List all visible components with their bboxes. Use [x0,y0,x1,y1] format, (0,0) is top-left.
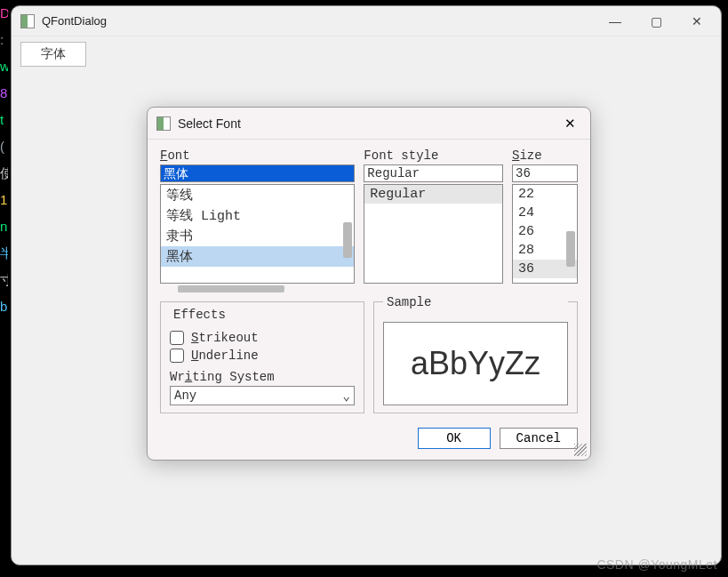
maximize-button[interactable]: ▢ [636,8,676,35]
style-listbox[interactable]: Regular [364,184,503,284]
size-listbox[interactable]: 2224262836 [512,184,578,284]
dialog-title: Select Font [178,116,556,131]
font-dialog: Select Font ✕ Font 黑体 等线等线 Light隶书黑体 Fon… [147,107,591,461]
checkbox-box-icon [170,349,184,363]
list-item[interactable]: 等线 Light [161,205,354,226]
editor-gutter: D:w8t(使1n半寸b [0,0,11,577]
writing-system-select[interactable]: Any ⌄ [170,386,355,405]
resize-grip-icon[interactable] [574,444,587,456]
sample-label: Sample [383,295,568,309]
dialog-icon [156,116,171,131]
main-titlebar: QFontDialog — ▢ ✕ [12,6,721,36]
size-label: Size [512,148,578,163]
main-toolbar: 字体 [12,36,721,72]
size-input[interactable]: 36 [512,164,578,182]
watermark: CSDN @YoungMLet [596,557,717,572]
minimize-button[interactable]: — [595,8,636,35]
open-font-button[interactable]: 字体 [20,42,86,67]
cancel-button[interactable]: Cancel [500,428,578,449]
style-input[interactable]: Regular [364,164,503,182]
dialog-titlebar: Select Font ✕ [148,108,590,140]
font-input[interactable]: 黑体 [160,164,355,182]
dialog-body: Font 黑体 等线等线 Light隶书黑体 Font style Regula… [148,140,590,419]
strikeout-checkbox[interactable]: Strikeout [170,331,355,345]
style-label: Font style [364,148,503,163]
sample-group: Sample aBbYyZz [373,301,578,413]
sample-preview: aBbYyZz [383,322,568,405]
checkbox-box-icon [170,331,184,345]
window-title: QFontDialog [42,14,595,28]
close-button[interactable]: ✕ [676,8,717,35]
ok-button[interactable]: OK [418,428,491,449]
list-item[interactable]: 等线 [161,185,354,205]
font-hscroll[interactable] [160,285,355,293]
chevron-down-icon: ⌄ [343,389,350,404]
window-controls: — ▢ ✕ [595,8,717,35]
app-icon [20,14,35,28]
list-item[interactable]: 隶书 [161,226,354,246]
size-scrollbar[interactable] [566,187,575,281]
list-item[interactable]: Regular [364,185,502,204]
list-item[interactable]: 黑体 [161,246,354,267]
effects-label: Effects [170,308,229,322]
dialog-close-button[interactable]: ✕ [556,110,583,137]
font-label: Font [160,148,355,163]
dialog-buttons: OK Cancel [148,419,590,460]
writing-system-label: Writing System [170,370,355,384]
effects-group: Effects Strikeout Underline Writing Syst… [160,301,364,413]
font-scrollbar[interactable] [343,187,352,281]
font-listbox[interactable]: 等线等线 Light隶书黑体 [160,184,355,284]
underline-checkbox[interactable]: Underline [170,349,355,363]
